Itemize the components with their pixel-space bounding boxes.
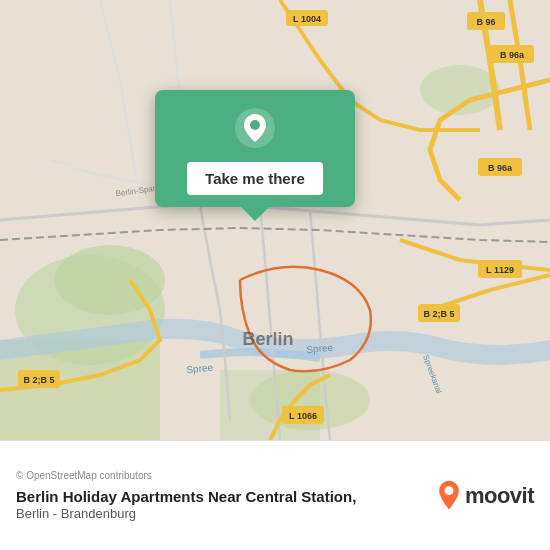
svg-text:L 1004: L 1004 (293, 14, 321, 24)
moovit-logo: moovit (435, 479, 534, 513)
map-svg: B 96 B 96a B 96a L 1004 L 1129 B 2;B 5 B… (0, 0, 550, 440)
svg-point-29 (250, 120, 260, 130)
copyright-text: © OpenStreetMap contributors (16, 470, 423, 481)
moovit-pin-icon (435, 479, 463, 513)
location-subtitle: Berlin - Brandenburg (16, 506, 423, 521)
location-pin-icon (233, 106, 277, 150)
svg-text:L 1129: L 1129 (486, 265, 514, 275)
svg-text:Spree: Spree (186, 362, 214, 375)
take-me-there-button[interactable]: Take me there (187, 162, 323, 195)
svg-text:L 1066: L 1066 (289, 411, 317, 421)
map-container: B 96 B 96a B 96a L 1004 L 1129 B 2;B 5 B… (0, 0, 550, 440)
svg-point-30 (444, 486, 453, 495)
location-title: Berlin Holiday Apartments Near Central S… (16, 487, 423, 507)
location-popup: Take me there (155, 90, 355, 207)
svg-text:B 96: B 96 (476, 17, 495, 27)
svg-text:B 2;B 5: B 2;B 5 (23, 375, 54, 385)
svg-text:Berlin: Berlin (242, 329, 293, 349)
info-bar: © OpenStreetMap contributors Berlin Holi… (0, 440, 550, 550)
svg-text:B 2;B 5: B 2;B 5 (423, 309, 454, 319)
svg-text:Spree: Spree (306, 342, 334, 355)
moovit-brand-text: moovit (465, 483, 534, 509)
svg-text:B 96a: B 96a (500, 50, 525, 60)
info-left: © OpenStreetMap contributors Berlin Holi… (16, 470, 423, 522)
svg-text:B 96a: B 96a (488, 163, 513, 173)
